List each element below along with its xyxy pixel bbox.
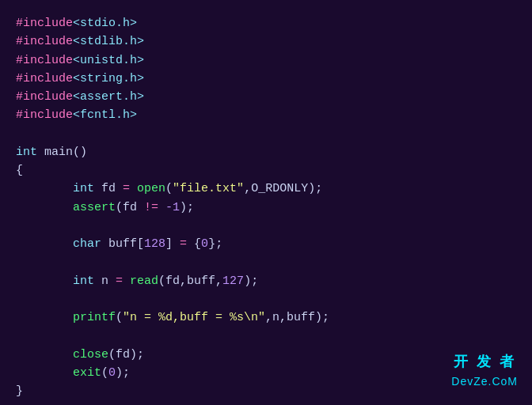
- read-end: );: [244, 274, 258, 288]
- empty-4: [16, 290, 516, 308]
- eq-2: =: [180, 237, 187, 251]
- keyword-int-n: int: [73, 274, 94, 288]
- empty-1: [16, 125, 516, 143]
- keyword-int-fd: int: [73, 182, 94, 195]
- n-assign: n: [94, 274, 116, 288]
- hash-5: #include: [16, 90, 73, 104]
- read-line: int n = read(fd,buff,127);: [16, 272, 516, 290]
- str-format: "n = %d,buff = %s\n": [123, 311, 265, 324]
- hash-3: #include: [16, 54, 73, 67]
- buff-end: };: [208, 237, 222, 251]
- exit-end: );: [116, 366, 130, 380]
- eq-1: =: [123, 182, 130, 195]
- assert-line: assert(fd != -1);: [16, 199, 516, 217]
- indent-2: [16, 201, 73, 214]
- main-signature: int main(): [16, 143, 516, 161]
- watermark-chinese: 开 发 者: [451, 351, 518, 373]
- printf-line: printf("n = %d,buff = %s\n",n,buff);: [16, 308, 516, 327]
- lib-6: <fcntl.h>: [73, 108, 137, 122]
- str-file: "file.txt": [173, 182, 244, 195]
- indent-5: [16, 311, 73, 324]
- buff-line: char buff[128] = {0};: [16, 235, 516, 253]
- num-neg1: -1: [165, 201, 180, 214]
- num-exit-0: 0: [108, 366, 116, 380]
- buff-init: {: [187, 237, 201, 251]
- printf-args: ,n,buff);: [265, 311, 329, 324]
- keyword-char: char: [73, 237, 101, 251]
- code-editor: #include<stdio.h> #include<stdlib.h> #in…: [0, 0, 532, 405]
- neq: !=: [144, 201, 158, 214]
- open-brace-line: {: [16, 161, 516, 180]
- func-close: close: [73, 348, 108, 361]
- func-assert: assert: [73, 201, 116, 214]
- paren-1: (: [165, 182, 173, 195]
- hash-2: #include: [16, 35, 73, 48]
- close-brace-line: }: [16, 382, 516, 400]
- func-printf: printf: [73, 311, 116, 324]
- keyword-int-main: int: [16, 146, 37, 159]
- read-args: (fd,buff,: [158, 274, 222, 288]
- func-open: open: [137, 182, 165, 195]
- indent-6: [16, 348, 73, 361]
- indent-3: [16, 237, 73, 251]
- func-read: read: [130, 274, 158, 288]
- assert-body: (fd: [116, 201, 144, 214]
- indent-7: [16, 366, 73, 380]
- close-arg: (fd);: [108, 348, 144, 361]
- close-line: close(fd);: [16, 346, 516, 364]
- lib-5: <assert.h>: [73, 90, 144, 104]
- const-rdonly: O_RDONLY);: [251, 182, 322, 195]
- exit-arg: (: [101, 366, 108, 380]
- num-0: 0: [201, 237, 208, 251]
- empty-3: [16, 253, 516, 271]
- printf-paren: (: [116, 311, 123, 324]
- func-exit: exit: [73, 366, 101, 380]
- main-func: main(): [37, 146, 87, 159]
- exit-line: exit(0);: [16, 364, 516, 382]
- include-line-3: #include<unistd.h>: [16, 51, 516, 70]
- empty-2: [16, 217, 516, 235]
- hash-4: #include: [16, 72, 73, 85]
- lib-1: <stdio.h>: [73, 17, 137, 30]
- buff-decl: buff[: [101, 237, 144, 251]
- lib-2: <stdlib.h>: [73, 35, 144, 48]
- comma-1: ,: [244, 182, 251, 195]
- watermark: 开 发 者 DevZe.CoM: [451, 351, 518, 391]
- hash-1: #include: [16, 17, 73, 30]
- include-line-2: #include<stdlib.h>: [16, 32, 516, 51]
- include-line-1: #include<stdio.h>: [16, 14, 516, 32]
- include-line-5: #include<assert.h>: [16, 88, 516, 106]
- close-brace: }: [16, 384, 23, 398]
- num-127: 127: [222, 274, 244, 288]
- fd-line: int fd = open("file.txt",O_RDONLY);: [16, 180, 516, 198]
- indent-1: [16, 182, 73, 195]
- empty-5: [16, 327, 516, 345]
- indent-4: [16, 274, 73, 288]
- space-2: [123, 274, 130, 288]
- lib-4: <string.h>: [73, 72, 144, 85]
- hash-6: #include: [16, 108, 73, 122]
- lib-3: <unistd.h>: [73, 54, 144, 67]
- fd-assign: fd: [94, 182, 123, 195]
- buff-eq: ]: [165, 237, 180, 251]
- assert-close: );: [180, 201, 194, 214]
- watermark-url: DevZe.CoM: [451, 373, 518, 391]
- open-brace: {: [16, 164, 23, 177]
- space-1: [130, 182, 137, 195]
- include-line-4: #include<string.h>: [16, 70, 516, 88]
- eq-3: =: [116, 274, 123, 288]
- include-line-6: #include<fcntl.h>: [16, 106, 516, 124]
- assert-end: [158, 201, 165, 214]
- num-128: 128: [144, 237, 165, 251]
